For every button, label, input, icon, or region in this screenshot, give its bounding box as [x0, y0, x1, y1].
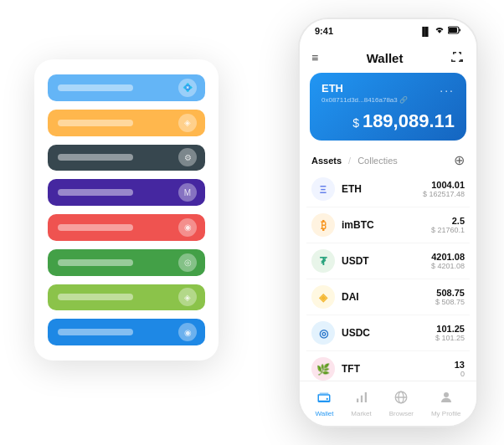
nav-label-browser: Browser: [389, 410, 414, 417]
background-card: 💠 ◈ ⚙ M ◉ ◎ ◈ ◉: [34, 59, 219, 361]
asset-usd-usdt: $ 4201.08: [431, 262, 465, 270]
asset-amounts-usdc: 101.25 $ 101.25: [435, 324, 465, 342]
tab-collecties[interactable]: Collecties: [357, 156, 398, 166]
nav-icon-my-profile: [439, 390, 454, 408]
asset-icon-usdt: ₮: [311, 249, 335, 273]
nav-item-market[interactable]: Market: [351, 390, 371, 417]
wallet-balance-prefix: $: [352, 116, 363, 130]
nav-item-wallet[interactable]: Wallet: [315, 390, 333, 417]
asset-amounts-tft: 13 0: [455, 360, 465, 378]
bg-row-7: ◉: [48, 319, 205, 345]
row-icon-7: ◉: [178, 323, 197, 341]
wallet-card-header: ETH ...: [321, 81, 455, 95]
row-icon-4: ◉: [178, 218, 197, 237]
asset-amount-dai: 508.75: [435, 288, 465, 298]
asset-amounts-eth: 1004.01 $ 162517.48: [423, 180, 465, 198]
assets-header: Assets / Collecties ⊕: [300, 147, 476, 171]
asset-amounts-imbtc: 2.5 $ 21760.1: [431, 216, 465, 234]
row-icon-1: ◈: [178, 114, 197, 132]
svg-rect-4: [360, 396, 362, 402]
asset-name-imbtc: imBTC: [342, 219, 431, 231]
scene: 💠 ◈ ⚙ M ◉ ◎ ◈ ◉ 9:41 ▐▌: [9, 9, 495, 436]
bg-row-5: ◎: [48, 249, 205, 276]
phone-header: ≡ Wallet: [300, 43, 476, 73]
expand-icon[interactable]: [451, 50, 465, 66]
asset-amounts-dai: 508.75 $ 508.75: [435, 288, 465, 306]
menu-icon[interactable]: ≡: [311, 51, 318, 64]
nav-icon-market: [354, 390, 369, 408]
asset-amounts-usdt: 4201.08 $ 4201.08: [431, 252, 465, 270]
svg-rect-5: [364, 392, 366, 402]
asset-usd-imbtc: $ 21760.1: [431, 226, 465, 234]
wallet-balance-amount: 189,089.11: [363, 110, 455, 131]
asset-name-tft: TFT: [342, 363, 455, 375]
asset-item-dai[interactable]: ◈ DAI 508.75 $ 508.75: [306, 279, 470, 315]
battery-icon: [448, 26, 461, 36]
wallet-balance: $ 189,089.11: [321, 110, 455, 132]
svg-rect-3: [357, 399, 358, 403]
row-label-3: [58, 189, 133, 196]
bg-row-3: M: [48, 179, 205, 206]
bg-row-2: ⚙: [48, 145, 205, 171]
status-time: 9:41: [315, 26, 333, 36]
status-icons: ▐▌: [419, 26, 461, 36]
asset-amount-imbtc: 2.5: [431, 216, 465, 226]
asset-amount-eth: 1004.01: [423, 180, 465, 190]
signal-icon: ▐▌: [419, 27, 431, 36]
assets-tabs: Assets / Collecties: [311, 156, 398, 166]
nav-icon-browser: [393, 390, 409, 408]
asset-list: Ξ ETH 1004.01 $ 162517.48 ₿ imBTC 2.5 $ …: [300, 171, 476, 381]
nav-item-browser[interactable]: Browser: [389, 390, 414, 417]
nav-label-market: Market: [351, 410, 371, 417]
nav-item-my-profile[interactable]: My Profile: [431, 390, 461, 417]
row-label-6: [58, 294, 133, 300]
add-asset-icon[interactable]: ⊕: [454, 152, 465, 168]
asset-name-dai: DAI: [342, 291, 435, 303]
row-icon-0: 💠: [178, 79, 197, 97]
row-label-2: [58, 154, 133, 161]
status-bar: 9:41 ▐▌: [300, 19, 476, 43]
row-label-1: [58, 120, 133, 126]
row-icon-2: ⚙: [178, 148, 197, 166]
asset-amount-usdc: 101.25: [435, 324, 465, 334]
bg-row-0: 💠: [48, 74, 205, 101]
wallet-address: 0x08711d3d...8416a78a3 🔗: [321, 96, 455, 104]
row-icon-6: ◈: [178, 288, 197, 306]
row-label-5: [58, 259, 133, 266]
asset-item-usdc[interactable]: ◎ USDC 101.25 $ 101.25: [306, 315, 470, 351]
tab-divider: /: [348, 156, 351, 166]
nav-label-my-profile: My Profile: [431, 410, 461, 417]
nav-icon-wallet: [316, 390, 332, 408]
asset-usd-dai: $ 508.75: [435, 298, 465, 306]
bg-row-4: ◉: [48, 214, 205, 241]
asset-icon-tft: 🌿: [311, 357, 335, 381]
row-icon-3: M: [178, 183, 197, 202]
wifi-icon: [435, 26, 445, 36]
row-icon-5: ◎: [178, 253, 197, 272]
asset-item-tft[interactable]: 🌿 TFT 13 0: [306, 351, 470, 381]
asset-icon-eth: Ξ: [311, 177, 335, 201]
svg-rect-1: [449, 28, 457, 33]
bg-row-6: ◈: [48, 284, 205, 311]
asset-usd-usdc: $ 101.25: [435, 334, 465, 342]
asset-name-eth: ETH: [342, 183, 423, 195]
asset-usd-tft: 0: [455, 370, 465, 378]
row-label-0: [58, 84, 133, 91]
nav-label-wallet: Wallet: [315, 410, 333, 417]
asset-item-usdt[interactable]: ₮ USDT 4201.08 $ 4201.08: [306, 243, 470, 279]
bg-row-1: ◈: [48, 110, 205, 136]
svg-point-9: [444, 392, 449, 397]
wallet-coin-label: ETH: [321, 82, 343, 95]
asset-item-eth[interactable]: Ξ ETH 1004.01 $ 162517.48: [306, 171, 470, 207]
header-title: Wallet: [367, 51, 404, 65]
svg-rect-2: [460, 29, 461, 32]
phone-mockup: 9:41 ▐▌ ≡ Wallet ETH ...: [298, 18, 478, 427]
bottom-nav: Wallet Market Browser My Profile: [300, 381, 476, 426]
asset-icon-imbtc: ₿: [311, 213, 335, 237]
tab-assets[interactable]: Assets: [311, 156, 342, 166]
asset-amount-tft: 13: [455, 360, 465, 370]
wallet-more-icon[interactable]: ...: [440, 81, 455, 95]
asset-amount-usdt: 4201.08: [431, 252, 465, 262]
wallet-card: ETH ... 0x08711d3d...8416a78a3 🔗 $ 189,0…: [310, 73, 466, 141]
asset-item-imbtc[interactable]: ₿ imBTC 2.5 $ 21760.1: [306, 207, 470, 243]
